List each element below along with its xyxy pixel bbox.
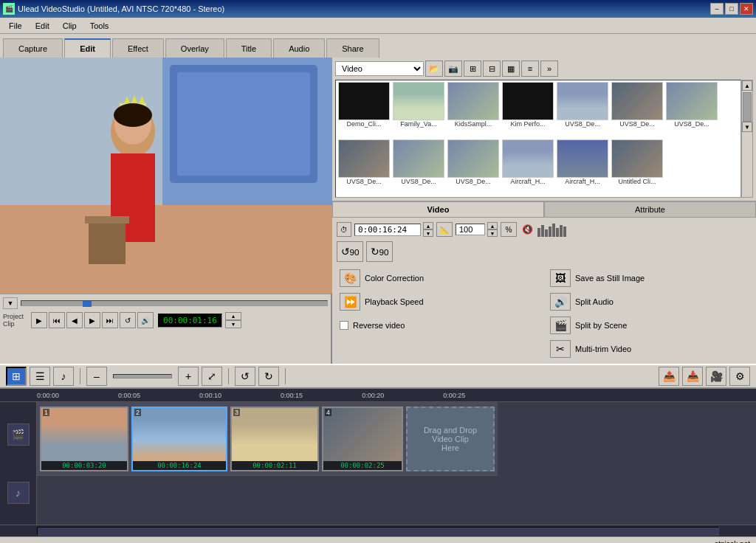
tab-capture[interactable]: Capture — [3, 38, 63, 58]
media-type-dropdown[interactable]: Video Audio Image — [335, 61, 424, 76]
media-capture-btn[interactable]: 📷 — [444, 60, 462, 77]
timecode-up[interactable]: ▲ — [225, 312, 241, 320]
repeat-button[interactable]: ↺ — [120, 312, 136, 328]
progress-track[interactable] — [21, 300, 328, 306]
minimize-button[interactable]: – — [710, 3, 724, 15]
tab-audio[interactable]: Audio — [273, 38, 325, 58]
tab-overlay[interactable]: Overlay — [165, 38, 224, 58]
zoom-out-btn[interactable]: – — [86, 367, 107, 386]
bar-7 — [560, 225, 563, 237]
maximize-button[interactable]: □ — [725, 3, 738, 15]
zoom-track[interactable] — [113, 374, 172, 378]
menu-clip[interactable]: Clip — [57, 20, 83, 32]
media-clip-4[interactable]: UVS8_De... — [556, 82, 609, 138]
volume-button[interactable]: 🔊 — [137, 312, 154, 328]
timeline-clip-2[interactable]: 2 00:00:16:24 — [131, 407, 227, 471]
prev-frame-button[interactable]: ◀ — [66, 312, 83, 328]
speed-down[interactable]: ▼ — [487, 229, 498, 237]
zoom-in-btn[interactable]: + — [178, 367, 199, 386]
spin-up[interactable]: ▲ — [423, 222, 433, 229]
media-clip-8[interactable]: UVS8_De... — [392, 139, 445, 196]
media-clip-6[interactable]: UVS8_De... — [665, 82, 718, 138]
reverse-video-option[interactable]: Reverse video — [337, 315, 541, 336]
media-open-btn[interactable]: 📂 — [425, 60, 443, 77]
timeline-view-btn[interactable]: ☰ — [30, 367, 50, 386]
speed-field[interactable]: 100 — [456, 224, 485, 235]
media-clip-1[interactable]: Family_Va... — [392, 82, 445, 138]
speed-spinner[interactable]: ▲ ▼ — [487, 222, 498, 237]
import-btn[interactable]: 📥 — [682, 367, 703, 386]
color-correction-option[interactable]: 🎨 Color Correction — [337, 268, 541, 288]
close-button[interactable]: ✕ — [740, 3, 753, 15]
scroll-up-btn[interactable]: ▲ — [742, 80, 752, 91]
media-view2-btn[interactable]: ≡ — [521, 60, 539, 77]
audio-track-icon[interactable]: ♪ — [7, 482, 30, 504]
rotate-left-btn[interactable]: ↺90 — [337, 241, 363, 262]
reverse-video-checkbox[interactable] — [340, 321, 348, 330]
menu-edit[interactable]: Edit — [30, 20, 55, 32]
media-clip-0[interactable]: Demo_Cli... — [337, 82, 391, 138]
media-clip-3[interactable]: Kim Perfo... — [501, 82, 554, 138]
menu-bar: File Edit Clip Tools — [0, 18, 756, 34]
timeline-clip-1[interactable]: 1 00:00:03:20 — [40, 407, 128, 471]
split-audio-option[interactable]: 🔊 Split Audio — [547, 291, 752, 312]
media-scrollbar[interactable]: ▲ ▼ — [741, 80, 753, 198]
media-clip-5[interactable]: UVS8_De... — [611, 82, 664, 138]
tab-effect[interactable]: Effect — [112, 38, 164, 58]
settings-btn[interactable]: ⚙ — [729, 367, 750, 386]
media-clip-10[interactable]: Aircraft_H... — [501, 139, 554, 196]
video-track-icon[interactable]: 🎬 — [7, 423, 30, 446]
play-button[interactable]: ▶ — [31, 312, 47, 328]
playback-speed-option[interactable]: ⏩ Playback Speed — [337, 291, 541, 312]
speed-up[interactable]: ▲ — [487, 222, 498, 229]
storyboard-view-btn[interactable]: ⊞ — [6, 367, 27, 386]
media-clip-2[interactable]: KidsSampl... — [447, 82, 500, 138]
undo-btn[interactable]: ↺ — [235, 367, 255, 386]
progress-dropdown[interactable]: ▼ — [3, 297, 18, 309]
media-grid[interactable]: Demo_Cli...Family_Va...KidsSampl...Kim P… — [335, 80, 741, 198]
timeline-clip-3[interactable]: 3 00:00:02:11 — [230, 407, 319, 471]
media-clip-7[interactable]: UVS8_De... — [337, 139, 391, 196]
media-more-btn[interactable]: » — [540, 60, 558, 77]
capture-btn[interactable]: 🎥 — [706, 367, 726, 386]
next-segment-button[interactable]: ⏭ — [102, 312, 118, 328]
split-scene-option[interactable]: 🎬 Split by Scene — [547, 315, 752, 336]
tab-attribute[interactable]: Attribute — [544, 201, 756, 217]
drop-zone[interactable]: Drag and DropVideo ClipHere — [406, 407, 495, 471]
tab-share[interactable]: Share — [326, 38, 379, 58]
media-clip-9[interactable]: UVS8_De... — [447, 139, 500, 196]
video-frame — [0, 58, 332, 294]
timecode-down[interactable]: ▼ — [225, 320, 241, 328]
export-btn[interactable]: 📤 — [659, 367, 679, 386]
menu-file[interactable]: File — [3, 20, 28, 32]
scroll-thumb[interactable] — [743, 92, 752, 122]
horizontal-scrollbar[interactable] — [37, 527, 719, 536]
scroll-down-btn[interactable]: ▼ — [742, 122, 752, 132]
media-filter-btn[interactable]: ⊟ — [483, 60, 501, 77]
media-view1-btn[interactable]: ▦ — [502, 60, 520, 77]
tab-edit[interactable]: Edit — [64, 38, 111, 58]
timeline-clip-4[interactable]: 4 00:00:02:25 — [322, 407, 403, 471]
next-frame-button[interactable]: ▶ — [84, 312, 100, 328]
mute-button[interactable]: 🔇 — [520, 222, 535, 237]
media-clip-11[interactable]: Aircraft_H... — [556, 139, 609, 196]
spin-down[interactable]: ▼ — [423, 229, 433, 237]
redo-btn[interactable]: ↻ — [258, 367, 279, 386]
rotate-right-btn[interactable]: ↻90 — [366, 241, 393, 262]
audio-mix-btn[interactable]: ♪ — [53, 367, 74, 386]
tab-video-options[interactable]: Video — [332, 201, 544, 217]
color-correction-label: Color Correction — [365, 274, 424, 283]
multi-trim-option[interactable]: ✂ Multi-trim Video — [547, 339, 752, 359]
timeline-scrollbar — [0, 525, 756, 536]
timecode-field[interactable]: 0:00:16:24 — [354, 224, 421, 236]
main-area: ▼ Project Clip ▶ ⏮ ◀ ▶ ⏭ ↺ 🔊 00:00:01:16 — [0, 58, 756, 364]
save-still-option[interactable]: 🖼 Save as Still Image — [547, 268, 752, 288]
expand-btn[interactable]: ⤢ — [202, 367, 222, 386]
speed-toggle[interactable]: % — [501, 222, 517, 237]
timecode-spinner[interactable]: ▲ ▼ — [423, 222, 433, 237]
media-clip-12[interactable]: Untitled Cli... — [611, 139, 664, 196]
menu-tools[interactable]: Tools — [84, 20, 115, 32]
tab-title[interactable]: Title — [226, 38, 272, 58]
prev-segment-button[interactable]: ⏮ — [49, 312, 65, 328]
media-sort-btn[interactable]: ⊞ — [464, 60, 481, 77]
